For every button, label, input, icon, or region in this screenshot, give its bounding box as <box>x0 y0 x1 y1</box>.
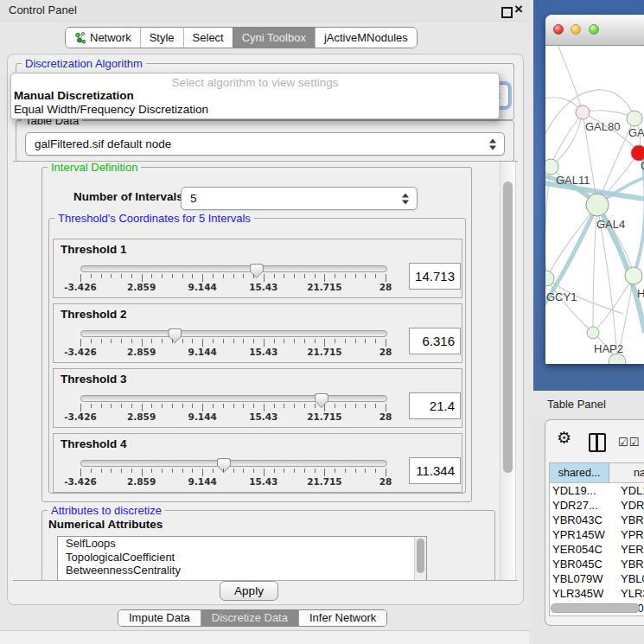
table-row[interactable]: YPR145WYPR1 <box>550 527 644 542</box>
cell-shared-name: YLR345W <box>550 586 621 601</box>
tick-label: 2.859 <box>127 411 156 422</box>
slider-handle[interactable] <box>250 264 264 278</box>
tick-label: 9.144 <box>188 347 217 357</box>
select-columns-icon[interactable]: ☑☑ <box>618 436 640 449</box>
close-traffic-light-icon[interactable] <box>553 24 564 35</box>
network-node-gal80[interactable] <box>576 105 590 119</box>
minimize-traffic-light-icon[interactable] <box>571 24 581 35</box>
tick-mark <box>365 469 366 473</box>
attribute-item-selfloops[interactable]: SelfLoops <box>58 537 426 551</box>
tick-mark <box>101 274 102 278</box>
tick-mark <box>274 274 275 278</box>
slider-track[interactable] <box>80 395 387 402</box>
tick-mark <box>324 274 325 282</box>
node-label: C <box>641 159 644 172</box>
table-body: YDL19...YDL1YDR27...YDR2YBR043CYBR0YPR14… <box>550 483 644 615</box>
tick-mark <box>365 404 366 408</box>
network-window-titlebar[interactable] <box>545 15 644 46</box>
tick-mark <box>375 404 376 408</box>
table-row[interactable]: YBR045CYBR0 <box>550 557 644 571</box>
table-row[interactable]: YER054CYER0 <box>550 542 644 557</box>
node-attribute-table: shared... na YDL19...YDL1YDR27...YDR2YBR… <box>549 462 644 616</box>
float-window-icon[interactable] <box>501 7 513 18</box>
tick-mark <box>213 274 214 278</box>
tab-select[interactable]: Select <box>183 28 233 48</box>
top-tab-bar: NetworkStyleSelectCyni ToolboxjActiveMNo… <box>65 27 418 48</box>
slider-handle[interactable] <box>315 393 328 408</box>
tick-mark <box>182 339 183 343</box>
gear-icon[interactable]: ⚙ <box>557 428 571 447</box>
network-node-h[interactable] <box>625 267 642 284</box>
zoom-traffic-light-icon[interactable] <box>589 24 599 35</box>
tick-mark <box>264 339 265 347</box>
threshold-value-field[interactable]: 11.344 <box>409 457 461 484</box>
tick-mark <box>182 274 183 278</box>
table-row[interactable]: YDR27...YDR2 <box>550 498 644 513</box>
tick-mark <box>121 339 122 343</box>
threshold-value-field[interactable]: 6.316 <box>409 328 461 354</box>
slider-handle[interactable] <box>217 458 231 473</box>
tick-mark <box>355 404 356 408</box>
tab-cyni-toolbox[interactable]: Cyni Toolbox <box>233 28 315 48</box>
tick-label: -3.426 <box>64 476 97 487</box>
table-data-value: galFiltered.sif default node <box>35 133 171 155</box>
attributes-group: Attributes to discretize Numerical Attri… <box>41 510 495 581</box>
popup-option-equal-width-frequency-discretization[interactable]: Equal Width/Frequency Discretization <box>14 103 208 116</box>
network-node-ga[interactable] <box>627 111 642 126</box>
tick-mark <box>386 404 386 411</box>
slider-track[interactable] <box>80 265 387 272</box>
tick-mark <box>142 469 143 476</box>
slider-handle[interactable] <box>168 328 182 343</box>
table-row[interactable]: YDL19...YDL1 <box>550 483 644 498</box>
number-of-intervals-select[interactable]: 5 <box>181 187 418 210</box>
tick-mark <box>91 404 92 408</box>
tab-jactivemnodules[interactable]: jActiveMNodules <box>315 28 417 48</box>
tick-label: 15.43 <box>249 282 277 292</box>
tick-mark <box>121 404 122 408</box>
table-row[interactable]: YBL079WYBL0 <box>550 571 644 586</box>
slider-track[interactable] <box>80 330 387 337</box>
scrollbar-thumb[interactable] <box>551 603 640 613</box>
column-layout-icon[interactable] <box>589 433 606 452</box>
threshold-value-field[interactable]: 14.713 <box>409 263 461 290</box>
tab-network[interactable]: Network <box>66 28 140 48</box>
network-node-hap2[interactable] <box>587 327 599 339</box>
tick-label: -3.426 <box>64 347 97 357</box>
network-node-gal4[interactable] <box>586 194 609 216</box>
attribute-item-betweennesscentrality[interactable]: BetweennessCentrality <box>58 564 426 577</box>
table-row[interactable]: YBR043CYBR0 <box>550 513 644 527</box>
threshold-label: Threshold 3 <box>61 373 127 386</box>
group-title-attributes: Attributes to discretize <box>48 504 165 517</box>
tick-mark <box>264 469 265 476</box>
horizontal-scrollbar[interactable] <box>550 603 641 613</box>
popup-option-manual-discretization[interactable]: Manual Discretization <box>14 89 134 102</box>
column-header-shared-name[interactable]: shared... <box>550 463 609 482</box>
tab-style[interactable]: Style <box>140 28 183 48</box>
network-edge <box>546 205 597 278</box>
tab-label: Cyni Toolbox <box>242 31 306 44</box>
table-data-select[interactable]: galFiltered.sif default node <box>25 132 505 156</box>
tick-mark <box>202 404 203 411</box>
table-row[interactable]: YLR345WYLR3 <box>550 586 644 601</box>
scrollbar-thumb[interactable] <box>503 182 513 473</box>
list-scrollbar[interactable] <box>414 537 426 581</box>
network-canvas[interactable]: GAL80GACGAL11GAL4GCY1HHAP2 <box>545 46 644 364</box>
tab-discretize-data[interactable]: Discretize Data <box>201 610 298 626</box>
tab-impute-data[interactable]: Impute Data <box>118 610 201 626</box>
threshold-block-1: Threshold 1-3.4262.8599.14415.4321.71528… <box>53 239 462 298</box>
vertical-scrollbar[interactable] <box>500 162 516 580</box>
tab-infer-network[interactable]: Infer Network <box>298 610 386 626</box>
tick-mark <box>151 404 152 408</box>
column-header-name[interactable]: na <box>609 463 644 482</box>
numerical-attributes-list[interactable]: SelfLoopsTopologicalCoefficientBetweenne… <box>57 536 427 581</box>
tick-mark <box>274 339 275 343</box>
network-node-gcy1[interactable] <box>545 271 554 286</box>
slider-track[interactable] <box>80 460 387 467</box>
apply-button[interactable]: Apply <box>220 581 278 601</box>
threshold-value-field[interactable]: 21.4 <box>409 392 461 419</box>
attribute-item-topologicalcoefficient[interactable]: TopologicalCoefficient <box>58 551 426 564</box>
network-edge <box>551 112 583 167</box>
network-node-gal11[interactable] <box>545 159 558 175</box>
tick-mark <box>151 469 152 473</box>
close-icon[interactable]: × <box>514 1 523 18</box>
